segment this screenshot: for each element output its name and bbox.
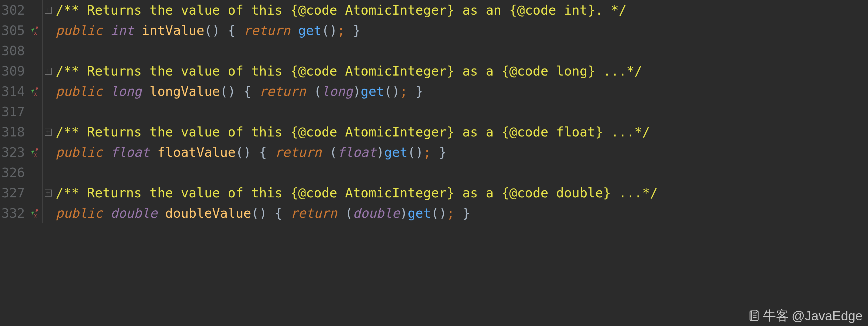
fold-expand-icon[interactable] xyxy=(44,189,52,197)
line-number: 332 xyxy=(0,203,27,224)
line-number: 326 xyxy=(0,162,27,183)
token: () xyxy=(384,84,400,99)
token: { xyxy=(228,23,244,38)
token: () xyxy=(431,206,447,221)
code-content[interactable]: /** Returns the value of this {@code Ato… xyxy=(54,61,642,81)
code-line[interactable]: 326 xyxy=(0,162,868,183)
token: ; xyxy=(400,84,408,99)
token: /** Returns the value of this {@code Ato… xyxy=(56,185,658,200)
svg-text:x: x xyxy=(34,151,37,158)
gutter-separator xyxy=(42,40,43,61)
code-line[interactable]: 317 xyxy=(0,101,868,122)
token: get xyxy=(361,84,384,99)
token: get xyxy=(384,145,408,160)
fold-region xyxy=(43,128,54,136)
token: intValue xyxy=(142,23,204,38)
override-method-icon[interactable]: fx xyxy=(29,147,40,158)
token: ; xyxy=(337,23,345,38)
watermark-handle: @JavaEdge xyxy=(792,308,863,323)
token: public xyxy=(56,145,102,160)
code-content[interactable]: public float floatValue() { return (floa… xyxy=(54,142,447,162)
code-content[interactable]: /** Returns the value of this {@code Ato… xyxy=(54,122,650,142)
token: { xyxy=(244,84,259,99)
token: doubleValue xyxy=(165,206,251,221)
fold-expand-icon[interactable] xyxy=(44,7,52,14)
token: public xyxy=(56,206,102,221)
token: ( xyxy=(337,206,353,221)
gutter-marks: fx xyxy=(27,86,42,97)
code-line[interactable]: 308 xyxy=(0,40,868,61)
override-method-icon[interactable]: fx xyxy=(29,86,40,97)
token: get xyxy=(407,206,431,221)
token xyxy=(150,145,157,160)
gutter-marks: fx xyxy=(27,208,42,219)
line-number: 327 xyxy=(0,183,27,203)
token: } xyxy=(455,206,470,221)
override-method-icon[interactable]: fx xyxy=(29,208,40,219)
code-content[interactable]: public double doubleValue() { return (do… xyxy=(54,203,470,224)
token: return xyxy=(259,84,306,99)
code-content[interactable]: public long longValue() { return (long)g… xyxy=(54,81,423,101)
token: floatValue xyxy=(157,145,236,160)
token: ; xyxy=(423,145,431,160)
token xyxy=(142,84,150,99)
token: public xyxy=(56,84,102,99)
token: } xyxy=(431,145,447,160)
override-method-icon[interactable]: fx xyxy=(29,25,40,36)
code-line[interactable]: 305fxpublic int intValue() { return get(… xyxy=(0,20,868,40)
line-number: 302 xyxy=(0,0,27,20)
code-line[interactable]: 309/** Returns the value of this {@code … xyxy=(0,61,868,81)
fold-expand-icon[interactable] xyxy=(44,68,52,75)
token: ( xyxy=(322,145,337,160)
token: } xyxy=(345,23,361,38)
token: ) xyxy=(353,84,361,99)
token: long xyxy=(111,84,142,99)
gutter-marks: fx xyxy=(27,25,42,36)
code-content[interactable]: public int intValue() { return get(); } xyxy=(54,20,361,40)
line-number: 318 xyxy=(0,122,27,142)
token: long xyxy=(322,84,353,99)
token: double xyxy=(353,206,400,221)
line-number: 323 xyxy=(0,142,27,162)
token: /** Returns the value of this {@code Ato… xyxy=(56,2,627,18)
token: () xyxy=(236,145,259,160)
token: public xyxy=(56,23,102,38)
token xyxy=(290,23,298,38)
gutter-marks: fx xyxy=(27,147,42,158)
fold-expand-icon[interactable] xyxy=(44,128,52,136)
fold-region xyxy=(43,68,54,75)
token: ; xyxy=(447,206,455,221)
token: double xyxy=(111,206,157,221)
token: () xyxy=(407,145,423,160)
svg-text:x: x xyxy=(34,30,37,36)
token: () xyxy=(322,23,337,38)
token: return xyxy=(244,23,290,38)
code-editor[interactable]: 302/** Returns the value of this {@code … xyxy=(0,0,868,224)
token: { xyxy=(259,145,275,160)
token: return xyxy=(275,145,321,160)
token: () xyxy=(204,23,228,38)
line-number: 308 xyxy=(0,40,27,61)
token: int xyxy=(111,23,134,38)
code-line[interactable]: 318/** Returns the value of this {@code … xyxy=(0,122,868,142)
token xyxy=(134,23,142,38)
gutter-separator xyxy=(42,203,43,224)
token: return xyxy=(290,206,337,221)
watermark-site: 牛客 xyxy=(763,307,789,324)
token: () xyxy=(251,206,275,221)
code-line[interactable]: 323fxpublic float floatValue() { return … xyxy=(0,142,868,162)
code-line[interactable]: 302/** Returns the value of this {@code … xyxy=(0,0,868,20)
code-line[interactable]: 314fxpublic long longValue() { return (l… xyxy=(0,81,868,101)
code-line[interactable]: 327/** Returns the value of this {@code … xyxy=(0,183,868,203)
token: longValue xyxy=(150,84,220,99)
token xyxy=(102,23,111,38)
token: ( xyxy=(306,84,322,99)
code-content[interactable]: /** Returns the value of this {@code Ato… xyxy=(54,0,627,20)
watermark: 牛客 @JavaEdge xyxy=(747,307,863,324)
code-content[interactable]: /** Returns the value of this {@code Ato… xyxy=(54,183,658,203)
line-number: 317 xyxy=(0,101,27,122)
token: () xyxy=(220,84,244,99)
code-line[interactable]: 332fxpublic double doubleValue() { retur… xyxy=(0,203,868,224)
token xyxy=(102,206,111,221)
token: ) xyxy=(400,206,408,221)
